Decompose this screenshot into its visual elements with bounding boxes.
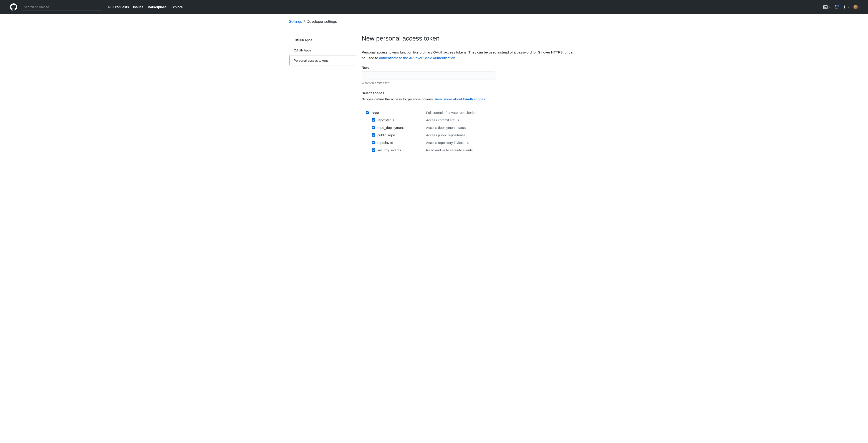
side-nav: GitHub Apps OAuth Apps Personal access t…	[289, 35, 356, 66]
scope-check-repo-deployment[interactable]	[372, 126, 375, 129]
github-mark-icon	[10, 3, 17, 11]
nav-pull-requests[interactable]: Pull requests	[108, 5, 129, 9]
command-palette-menu[interactable]	[824, 5, 830, 9]
scope-check-security-events[interactable]	[372, 148, 375, 152]
scopes-label: Select scopes	[362, 91, 579, 95]
create-new-menu[interactable]	[842, 5, 849, 9]
scope-name: security_events	[377, 148, 426, 152]
scopes-description: Scopes define the access for personal to…	[362, 97, 579, 101]
scope-check-repo[interactable]	[366, 111, 369, 114]
auth-docs-link[interactable]: authenticate to the API over Basic Authe…	[379, 56, 455, 60]
notifications-button[interactable]	[834, 5, 838, 9]
note-label: Note	[362, 65, 579, 69]
sidenav-personal-access-tokens[interactable]: Personal access tokens	[289, 56, 356, 65]
scope-name: repo:status	[377, 118, 426, 122]
caret-down-icon	[829, 7, 830, 7]
caret-down-icon	[847, 7, 849, 7]
avatar	[854, 5, 858, 9]
scope-row-repo-invite: repo:invite Access repository invitation…	[366, 139, 575, 146]
user-menu[interactable]	[854, 5, 861, 9]
sub-header: Settings / Developer settings	[0, 14, 868, 29]
scope-desc: Access commit status	[426, 118, 459, 122]
search-input[interactable]	[24, 5, 88, 9]
main-content: New personal access token Personal acces…	[362, 35, 579, 156]
scope-desc: Access repository invitations	[426, 141, 469, 145]
global-header: / Pull requests Issues Marketplace Explo…	[0, 0, 868, 14]
breadcrumb-root[interactable]: Settings	[289, 20, 302, 24]
scope-row-public-repo: public_repo Access public repositories	[366, 131, 575, 139]
scope-row-repo-status: repo:status Access commit status	[366, 116, 575, 124]
scope-desc: Full control of private repositories	[426, 111, 476, 115]
scope-row-security-events: security_events Read and write security …	[366, 146, 575, 154]
scope-check-repo-invite[interactable]	[372, 141, 375, 144]
page-title: New personal access token	[362, 35, 579, 45]
plus-icon	[842, 5, 847, 9]
sidenav-oauth-apps[interactable]: OAuth Apps	[289, 45, 356, 56]
breadcrumb-current: Developer settings	[307, 20, 337, 24]
scope-desc: Read and write security events	[426, 148, 473, 152]
nav-explore[interactable]: Explore	[170, 5, 183, 9]
note-input[interactable]	[362, 71, 496, 80]
scope-row-repo: repo Full control of private repositorie…	[366, 109, 575, 116]
nav-issues[interactable]: Issues	[133, 5, 143, 9]
scope-check-repo-status[interactable]	[372, 118, 375, 122]
page-body: GitHub Apps OAuth Apps Personal access t…	[289, 29, 579, 156]
search-box[interactable]: /	[21, 4, 103, 10]
breadcrumb: Settings / Developer settings	[289, 20, 579, 24]
scope-name: repo:invite	[377, 141, 426, 145]
scope-name: public_repo	[377, 133, 426, 137]
notification-indicator	[837, 5, 839, 7]
scopes-desc-text: Scopes define the access for personal to…	[362, 97, 435, 101]
scope-name: repo_deployment	[377, 126, 426, 129]
caret-down-icon	[859, 7, 861, 7]
note-hint: What's this token for?	[362, 81, 579, 85]
scope-name: repo	[371, 111, 426, 115]
page-description: Personal access tokens function like ord…	[362, 50, 579, 61]
slash-hint: /	[96, 5, 100, 9]
terminal-icon	[824, 5, 828, 9]
scope-desc: Access deployment status	[426, 126, 466, 129]
scope-row-repo-deployment: repo_deployment Access deployment status	[366, 124, 575, 131]
desc-after: .	[455, 56, 456, 60]
nav-marketplace[interactable]: Marketplace	[147, 5, 166, 9]
header-right	[824, 5, 861, 9]
scope-check-public-repo[interactable]	[372, 134, 375, 137]
sidenav-github-apps[interactable]: GitHub Apps	[289, 35, 356, 45]
primary-nav: Pull requests Issues Marketplace Explore	[108, 5, 183, 9]
scopes-docs-link[interactable]: Read more about OAuth scopes.	[435, 97, 486, 101]
scope-box: repo Full control of private repositorie…	[362, 105, 579, 156]
scope-desc: Access public repositories	[426, 133, 465, 137]
breadcrumb-sep: /	[304, 20, 305, 24]
github-logo[interactable]	[10, 3, 17, 11]
